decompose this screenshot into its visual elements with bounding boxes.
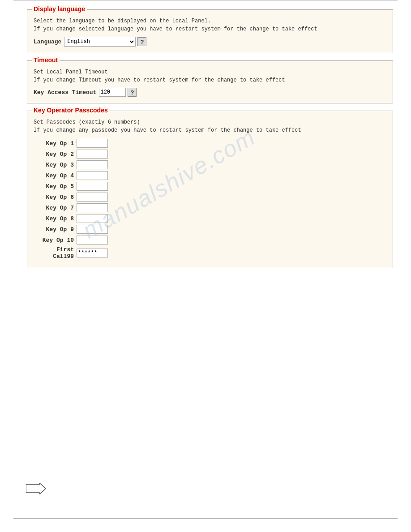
keyop2-label: Key Op 2 [34,151,74,158]
keyop4-input[interactable] [77,171,108,180]
language-label: Language [34,39,61,45]
display-language-content: Select the language to be displayed on t… [34,17,386,47]
key-operator-passcodes-title: Key Operator Passcodes [32,107,110,114]
firstcall99-label: First Call99 [34,246,74,260]
display-language-desc2: If you change selected language you have… [34,25,386,33]
timeout-help-button[interactable]: ? [128,88,137,97]
keyop7-label: Key Op 7 [34,205,74,211]
keyop8-input[interactable] [77,214,108,223]
nav-arrow[interactable] [26,483,46,496]
keyop3-input[interactable] [77,160,108,169]
bottom-divider-wrapper [0,518,411,519]
keyop2-input[interactable] [77,150,108,159]
keyop1-input[interactable] [77,139,108,148]
key-operator-passcodes-section: Key Operator Passcodes Set Passcodes (ex… [27,111,393,268]
key-access-timeout-label: Key Access Timeout [34,89,96,96]
language-field-row: Language English French German Spanish ? [34,37,386,47]
display-language-section: Display language Select the language to … [27,9,393,53]
language-select[interactable]: English French German Spanish [64,37,136,47]
list-item: Key Op 2 [34,150,386,159]
list-item: Key Op 6 [34,193,386,202]
timeout-desc1: Set Local Panel Timeout [34,68,386,76]
language-help-button[interactable]: ? [137,37,146,46]
bottom-divider [13,518,398,519]
firstcall99-input[interactable] [77,249,108,257]
keyop6-input[interactable] [77,193,108,202]
svg-marker-0 [26,483,46,494]
passcode-table: Key Op 1 Key Op 2 Key Op 3 Key Op 4 [34,139,386,260]
keyop5-input[interactable] [77,182,108,191]
keyop7-input[interactable] [77,203,108,212]
keyop9-input[interactable] [77,225,108,234]
page-wrapper: Display language Select the language to … [0,0,411,532]
timeout-desc2: If you change Timeout you have to restar… [34,76,386,84]
keyop10-input[interactable] [77,236,108,245]
list-item: First Call99 [34,246,386,260]
keyop6-label: Key Op 6 [34,194,74,201]
list-item: Key Op 3 [34,160,386,169]
passcodes-desc2: If you change any passcode you have to r… [34,126,386,134]
content-area: Display language Select the language to … [0,0,411,284]
timeout-section: Timeout Set Local Panel Timeout If you c… [27,60,393,103]
list-item: Key Op 1 [34,139,386,148]
display-language-desc1: Select the language to be displayed on t… [34,17,386,25]
keyop4-label: Key Op 4 [34,172,74,179]
keyop9-label: Key Op 9 [34,226,74,233]
timeout-content: Set Local Panel Timeout If you change Ti… [34,68,386,97]
list-item: Key Op 8 [34,214,386,223]
display-language-title: Display language [32,5,87,13]
forward-arrow-icon [26,483,46,494]
list-item: Key Op 10 [34,236,386,245]
timeout-title: Timeout [32,56,60,64]
keyop3-label: Key Op 3 [34,162,74,168]
passcodes-desc1: Set Passcodes (exactly 6 numbers) [34,118,386,126]
list-item: Key Op 4 [34,171,386,180]
list-item: Key Op 9 [34,225,386,234]
key-access-timeout-input[interactable] [99,88,126,97]
timeout-field-row: Key Access Timeout ? [34,88,386,97]
key-operator-passcodes-content: Set Passcodes (exactly 6 numbers) If you… [34,118,386,260]
keyop5-label: Key Op 5 [34,183,74,190]
keyop10-label: Key Op 10 [34,237,74,244]
keyop1-label: Key Op 1 [34,140,74,147]
list-item: Key Op 5 [34,182,386,191]
list-item: Key Op 7 [34,203,386,212]
keyop8-label: Key Op 8 [34,215,74,222]
